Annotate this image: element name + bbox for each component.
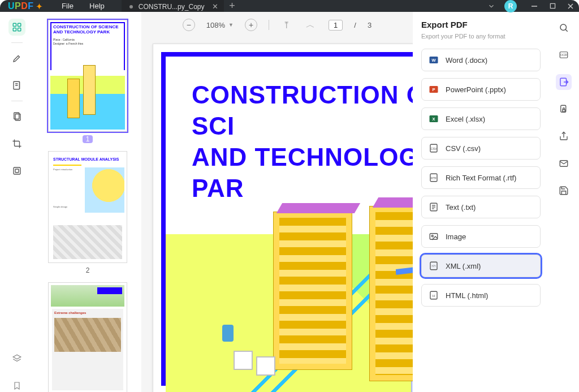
xml-icon: </>: [429, 261, 439, 271]
menu-help[interactable]: Help: [89, 2, 105, 10]
zoom-in-button[interactable]: +: [245, 19, 257, 31]
svg-text:X: X: [432, 117, 435, 122]
rtf-icon: RTF: [429, 173, 439, 183]
share-icon[interactable]: [556, 128, 572, 144]
minimize-button[interactable]: [530, 2, 538, 10]
export-label: Text (.txt): [446, 203, 476, 212]
svg-rect-13: [14, 167, 20, 174]
export-label: Image: [446, 232, 466, 241]
thumbnails-tool-icon[interactable]: [8, 19, 25, 36]
export-label: CSV (.csv): [446, 144, 481, 153]
export-label: Excel (.xlsx): [446, 115, 485, 123]
protect-icon[interactable]: [556, 101, 572, 117]
document-page[interactable]: CONSTRUCTION OF SCIAND TECHNOLOGY PAR Pl…: [153, 44, 413, 392]
page-total: 3: [368, 21, 371, 29]
pages-tool-icon[interactable]: [8, 108, 25, 125]
svg-text:OCR: OCR: [560, 53, 567, 57]
viewer-toolbar: − 108% ▼ + ⤒ ︿ 1 / 3: [141, 19, 413, 31]
txt-icon: [429, 202, 439, 212]
svg-text:W: W: [431, 58, 436, 63]
highlight-tool-icon[interactable]: [8, 50, 25, 67]
export-label: Rich Text Format (.rtf): [446, 174, 516, 182]
document-tab[interactable]: CONSTRU...py_Copy ✕: [122, 0, 224, 12]
svg-rect-7: [18, 28, 20, 31]
html-icon: H: [429, 290, 439, 300]
export-powerpoint[interactable]: P PowerPoint (.pptx): [421, 78, 541, 101]
document-viewer: − 108% ▼ + ⤒ ︿ 1 / 3 CONSTRUCTION OF SCI…: [141, 12, 413, 392]
right-toolbar: OCR: [548, 12, 579, 392]
doc-illustration: [166, 234, 413, 392]
excel-icon: X: [429, 114, 439, 124]
export-label: Word (.docx): [446, 56, 487, 64]
thumb3-head: Extreme challenges: [52, 309, 123, 316]
separator: [11, 42, 23, 43]
svg-marker-15: [13, 355, 21, 359]
thumbnail-page-1[interactable]: CONSTRUCTION OF SCIENCE AND TECHNOLOGY P…: [48, 20, 127, 143]
tab-close-icon[interactable]: ✕: [212, 2, 218, 11]
bookmark-icon[interactable]: [8, 377, 25, 392]
export-text[interactable]: Text (.txt): [421, 196, 541, 218]
svg-point-32: [431, 235, 433, 237]
export-xml[interactable]: </> XML (.xml): [421, 255, 541, 277]
thumbnail-page-3[interactable]: Extreme challenges: [48, 282, 127, 392]
zoom-dropdown-icon[interactable]: ▼: [228, 22, 234, 28]
compress-tool-icon[interactable]: [8, 162, 25, 179]
page-separator: /: [354, 21, 356, 29]
export-html[interactable]: H HTML (.html): [421, 284, 541, 307]
export-excel[interactable]: X Excel (.xlsx): [421, 107, 541, 130]
thumbnail-page-2[interactable]: STRUCTURAL MODULE ANALYSIS Project intro…: [48, 151, 127, 274]
page-current-input[interactable]: 1: [329, 20, 343, 31]
tab-indicator-icon: [129, 5, 133, 8]
svg-rect-6: [13, 28, 16, 31]
ocr-icon[interactable]: OCR: [556, 47, 572, 63]
crop-tool-icon[interactable]: [8, 135, 25, 152]
dropdown-icon[interactable]: [487, 2, 495, 10]
word-icon: W: [429, 55, 439, 65]
image-icon: [429, 231, 439, 242]
main-menu: File Help: [62, 2, 105, 10]
export-image[interactable]: Image: [421, 225, 541, 248]
search-icon[interactable]: [556, 20, 572, 36]
thumb2-title: STRUCTURAL MODULE ANALYSIS: [49, 152, 127, 162]
svg-text:</>: </>: [431, 264, 436, 268]
svg-point-37: [560, 24, 567, 31]
tab-title: CONSTRU...py_Copy: [139, 3, 205, 11]
save-icon[interactable]: [556, 183, 572, 199]
export-subtitle: Export your PDF to any format: [421, 33, 541, 40]
export-icon[interactable]: [556, 74, 572, 90]
export-label: PowerPoint (.pptx): [446, 85, 506, 94]
export-csv[interactable]: CSV CSV (.csv): [421, 137, 541, 160]
zoom-level: 108%: [206, 21, 225, 29]
svg-line-38: [565, 29, 568, 32]
export-title: Export PDF: [421, 20, 541, 29]
svg-rect-1: [550, 3, 555, 8]
svg-rect-44: [563, 110, 565, 112]
new-tab-button[interactable]: +: [224, 0, 240, 12]
zoom-out-button[interactable]: −: [183, 19, 195, 31]
svg-rect-14: [15, 169, 19, 173]
maximize-button[interactable]: [548, 2, 556, 10]
email-icon[interactable]: [556, 156, 572, 171]
export-panel: Export PDF Export your PDF to any format…: [413, 12, 548, 392]
app-window: UPDF✦ File Help CONSTRU...py_Copy ✕ + R: [0, 0, 579, 392]
export-rtf[interactable]: RTF Rich Text Format (.rtf): [421, 166, 541, 189]
svg-text:P: P: [432, 87, 435, 92]
doc-title: CONSTRUCTION OF SCIAND TECHNOLOGY PAR: [166, 57, 413, 204]
svg-rect-5: [18, 23, 20, 26]
left-toolbar: [0, 12, 34, 392]
user-avatar[interactable]: R: [504, 0, 517, 12]
separator: [11, 101, 23, 101]
export-label: XML (.xml): [446, 262, 481, 270]
notes-tool-icon[interactable]: [8, 77, 25, 94]
csv-icon: CSV: [429, 143, 439, 153]
menu-file[interactable]: File: [62, 2, 74, 10]
separator: [269, 20, 269, 30]
close-button[interactable]: [567, 2, 574, 10]
first-page-button[interactable]: ⤒: [280, 20, 292, 31]
thumb1-number: 1: [48, 135, 127, 143]
prev-page-button[interactable]: ︿: [304, 19, 317, 31]
thumb2-number: 2: [48, 266, 127, 274]
app-logo: UPDF✦: [8, 1, 42, 11]
layers-icon[interactable]: [8, 350, 25, 367]
export-word[interactable]: W Word (.docx): [421, 49, 541, 71]
